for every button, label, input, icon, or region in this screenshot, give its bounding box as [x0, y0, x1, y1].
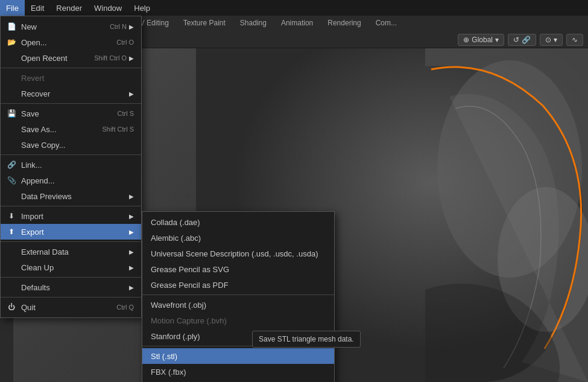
export-submenu: Collada (.dae) Alembic (.abc) Universal …	[142, 211, 335, 382]
menu-item-quit[interactable]: ⏻ Quit Ctrl Q	[1, 299, 141, 315]
menu-item-import[interactable]: ⬇ Import ▶	[1, 208, 141, 224]
toolbar-overlay[interactable]: ⊙ ▾	[540, 34, 563, 46]
export-sep-1	[142, 294, 334, 295]
menu-sep-1	[1, 68, 141, 68]
export-usd[interactable]: Universal Scene Description (.usd, .usdc…	[142, 246, 334, 261]
menu-item-clean-up[interactable]: Clean Up ▶	[1, 259, 141, 275]
arrow-icon: ▶	[129, 264, 134, 271]
menu-item-save-copy[interactable]: Save Copy...	[1, 137, 141, 153]
overlay-icon: ⊙	[545, 36, 551, 44]
menu-item-save-as[interactable]: Save As... Shift Ctrl S	[1, 121, 141, 137]
export-icon: ⬆	[5, 228, 17, 236]
arrow-icon: ▶	[129, 284, 134, 291]
menu-item-append[interactable]: 📎 Append...	[1, 173, 141, 188]
arrow-icon: ▶	[129, 24, 134, 30]
menu-edit[interactable]: Edit	[25, 0, 50, 16]
export-grease-svg[interactable]: Grease Pencil as SVG	[142, 261, 334, 277]
export-grease-pdf[interactable]: Grease Pencil as PDF	[142, 277, 334, 293]
export-wavefront[interactable]: Wavefront (.obj)	[142, 297, 334, 313]
tab-rendering[interactable]: Rendering	[320, 16, 368, 31]
quit-icon: ⏻	[5, 303, 17, 311]
menu-edit-label: Edit	[31, 4, 44, 13]
menu-item-save[interactable]: 💾 Save Ctrl S	[1, 106, 141, 121]
arrow-icon: ▶	[129, 249, 134, 255]
menu-item-new[interactable]: 📄 New Ctrl N ▶	[1, 19, 141, 34]
file-menu-dropdown: 📄 New Ctrl N ▶ 📂 Open... Ctrl O Open Rec…	[0, 16, 142, 318]
arrow-icon: ▶	[129, 213, 134, 220]
menu-help-label: Help	[134, 4, 150, 13]
menu-item-open-recent[interactable]: Open Recent Shift Ctrl O ▶	[1, 50, 141, 66]
menu-item-revert: Revert	[1, 70, 141, 86]
wave-icon: ∿	[572, 36, 578, 44]
tab-texture-paint[interactable]: Texture Paint	[176, 16, 233, 31]
menu-sep-2	[1, 103, 141, 104]
menu-item-link[interactable]: 🔗 Link...	[1, 157, 141, 173]
menu-sep-6	[1, 277, 141, 278]
export-alembic[interactable]: Alembic (.abc)	[142, 230, 334, 246]
append-icon: 📎	[5, 176, 17, 185]
open-icon: 📂	[5, 38, 17, 46]
menu-item-open[interactable]: 📂 Open... Ctrl O	[1, 34, 141, 50]
tab-shading[interactable]: Shading	[233, 16, 274, 31]
menu-window-label: Window	[94, 4, 122, 13]
transform-icon: ⊕	[463, 36, 469, 44]
menu-render[interactable]: Render	[50, 0, 88, 16]
menu-bar: File Edit Render Window Help	[0, 0, 588, 16]
menu-item-export[interactable]: ⬆ Export ▶	[1, 224, 141, 240]
toolbar-wave[interactable]: ∿	[566, 34, 583, 46]
export-stl[interactable]: Stl (.stl)	[142, 348, 334, 364]
menu-file-label: File	[6, 4, 19, 13]
tab-compositing[interactable]: Com...	[368, 16, 404, 31]
menu-sep-4	[1, 206, 141, 206]
menu-item-external-data[interactable]: External Data ▶	[1, 244, 141, 259]
menu-sep-3	[1, 154, 141, 155]
menu-sep-7	[1, 297, 141, 298]
arrow-icon: ▶	[129, 91, 134, 97]
export-motion-capture: Motion Capture (.bvh)	[142, 313, 334, 328]
menu-item-data-previews[interactable]: Data Previews ▶	[1, 188, 141, 204]
export-collada[interactable]: Collada (.dae)	[142, 214, 334, 230]
link-icon: 🔗	[5, 161, 17, 169]
arrow-icon: ▶	[129, 229, 134, 235]
pivot-link-icon: 🔗	[522, 36, 531, 44]
arrow-icon: ▶	[129, 55, 134, 62]
export-fbx[interactable]: FBX (.fbx)	[142, 364, 334, 380]
tab-animation[interactable]: Animation	[274, 16, 320, 31]
menu-sep-5	[1, 241, 141, 242]
menu-window[interactable]: Window	[88, 0, 128, 16]
toolbar-pivot[interactable]: ↺ 🔗	[508, 34, 536, 46]
stl-tooltip: Save STL triangle mesh data.	[252, 331, 361, 348]
toolbar-transform[interactable]: ⊕ Global ▾	[458, 34, 504, 46]
menu-item-recover[interactable]: Recover ▶	[1, 86, 141, 101]
save-icon: 💾	[5, 109, 17, 118]
export-gltf[interactable]: glTF 2.0 (.glb/.gltf)	[142, 380, 334, 382]
menu-item-defaults[interactable]: Defaults ▶	[1, 279, 141, 295]
new-icon: 📄	[5, 22, 17, 31]
menu-help[interactable]: Help	[128, 0, 156, 16]
import-icon: ⬇	[5, 212, 17, 220]
menu-file[interactable]: File	[0, 0, 25, 16]
arrow-icon: ▶	[129, 193, 134, 200]
chevron-down-icon: ▾	[495, 36, 499, 44]
menu-render-label: Render	[56, 4, 82, 13]
